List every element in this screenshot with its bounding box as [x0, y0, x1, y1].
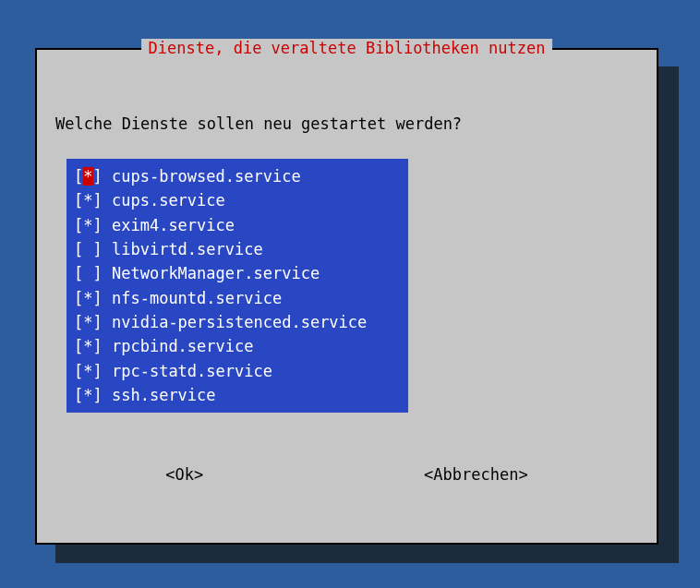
service-item[interactable]: [*] rpc-statd.service [66, 359, 408, 383]
checkbox-mark[interactable]: * [83, 337, 92, 355]
checkbox-mark[interactable]: * [83, 386, 92, 404]
service-list[interactable]: [*] cups-browsed.service[*] cups.service… [66, 159, 408, 413]
service-item[interactable]: [*] cups.service [66, 188, 408, 212]
checkbox-mark[interactable]: * [83, 167, 92, 186]
service-item[interactable]: [*] nfs-mountd.service [66, 286, 408, 310]
checkbox-mark[interactable]: * [83, 362, 92, 380]
ok-button[interactable]: <Ok> [156, 463, 212, 486]
service-item[interactable]: [*] nvidia-persistenced.service [66, 310, 408, 334]
cancel-button[interactable]: <Abbrechen> [415, 463, 537, 486]
service-item[interactable]: [*] rpcbind.service [66, 334, 408, 358]
service-item[interactable]: [ ] NetworkManager.service [66, 261, 408, 285]
dialog-box: Dienste, die veraltete Bibliotheken nutz… [35, 48, 658, 545]
button-row: <Ok> <Abbrechen> [55, 463, 638, 486]
dialog-content: Welche Dienste sollen neu gestartet werd… [37, 50, 657, 504]
checkbox-mark[interactable]: * [83, 313, 92, 331]
checkbox-mark[interactable] [83, 240, 92, 258]
service-item[interactable]: [*] exim4.service [66, 213, 408, 237]
checkbox-mark[interactable]: * [83, 216, 92, 234]
checkbox-mark[interactable]: * [83, 289, 92, 307]
checkbox-mark[interactable] [83, 264, 92, 282]
service-item[interactable]: [ ] libvirtd.service [66, 237, 408, 261]
service-item[interactable]: [*] ssh.service [66, 383, 408, 407]
dialog-question: Welche Dienste sollen neu gestartet werd… [55, 114, 638, 133]
service-item[interactable]: [*] cups-browsed.service [66, 164, 408, 188]
checkbox-mark[interactable]: * [83, 191, 92, 210]
dialog-title: Dienste, die veraltete Bibliotheken nutz… [141, 39, 553, 57]
